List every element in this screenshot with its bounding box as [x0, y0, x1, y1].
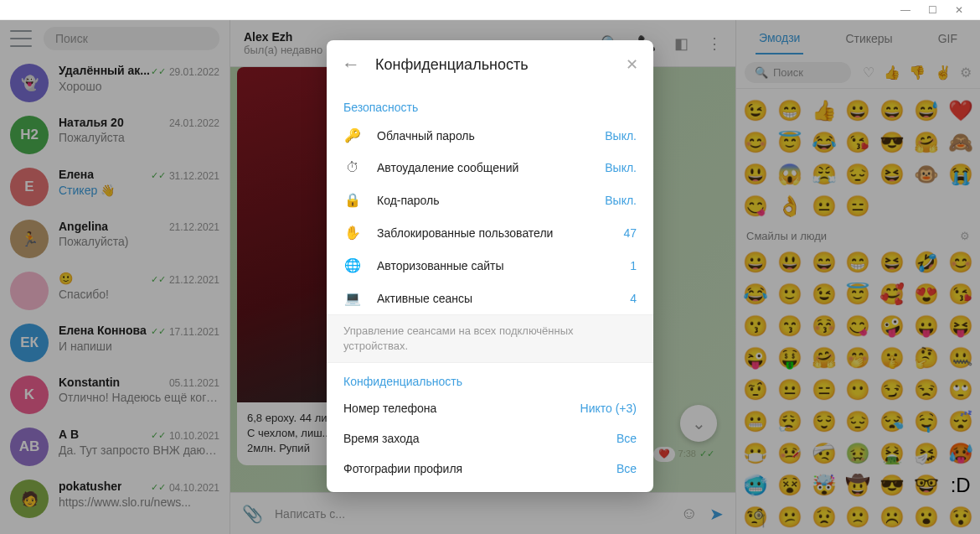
setting-row[interactable]: Фотографии профиляВсе [327, 454, 653, 484]
setting-row[interactable]: ✋Заблокированные пользователи47 [327, 216, 653, 249]
setting-label: Автоудаление сообщений [377, 161, 590, 174]
sessions-description: Управление сеансами на всех подключённых… [327, 314, 653, 363]
section-privacy: Конфиденциальность [327, 363, 653, 393]
setting-label: Номер телефона [343, 402, 565, 415]
setting-row[interactable]: 🔒Код-парольВыкл. [327, 184, 653, 216]
setting-label: Время захода [343, 432, 601, 445]
section-security: Безопасность [327, 89, 653, 119]
setting-value: 4 [630, 292, 637, 305]
setting-row[interactable]: ⏱Автоудаление сообщенийВыкл. [327, 152, 653, 184]
setting-row[interactable]: 🌐Авторизованные сайты1 [327, 249, 653, 282]
setting-value: Выкл. [605, 194, 637, 207]
setting-icon: 🔒 [343, 192, 362, 208]
setting-label: Облачный пароль [377, 129, 590, 143]
setting-icon: 🔑 [343, 127, 362, 143]
setting-row[interactable]: Время заходаВсе [327, 423, 653, 454]
setting-row[interactable]: 🔑Облачный парольВыкл. [327, 119, 653, 152]
window-close[interactable]: ✕ [953, 4, 965, 16]
window-maximize[interactable]: ☐ [926, 4, 938, 16]
setting-icon: 🌐 [343, 257, 362, 273]
setting-label: Активные сеансы [377, 292, 615, 305]
close-icon[interactable]: ✕ [626, 55, 638, 74]
setting-value: Выкл. [605, 129, 637, 143]
setting-value: Никто (+3) [580, 402, 637, 415]
privacy-settings-modal: ← Конфиденциальность ✕ Безопасность 🔑Обл… [327, 40, 653, 492]
window-minimize[interactable]: — [900, 4, 911, 16]
setting-icon: ✋ [343, 225, 362, 241]
setting-icon: 💻 [343, 290, 362, 306]
setting-value: 1 [630, 259, 637, 272]
setting-label: Фотографии профиля [343, 462, 601, 475]
setting-label: Заблокированные пользователи [377, 226, 608, 240]
setting-value: 47 [623, 226, 637, 240]
setting-row[interactable]: 💻Активные сеансы4 [327, 282, 653, 314]
setting-icon: ⏱ [343, 160, 362, 175]
setting-label: Код-пароль [377, 194, 590, 207]
setting-row[interactable]: Номер телефонаНикто (+3) [327, 393, 653, 423]
setting-value: Все [616, 432, 637, 445]
modal-title: Конфиденциальность [375, 56, 611, 74]
setting-label: Авторизованные сайты [377, 259, 615, 272]
setting-value: Все [616, 462, 637, 475]
back-icon[interactable]: ← [342, 54, 360, 75]
setting-value: Выкл. [605, 161, 637, 174]
